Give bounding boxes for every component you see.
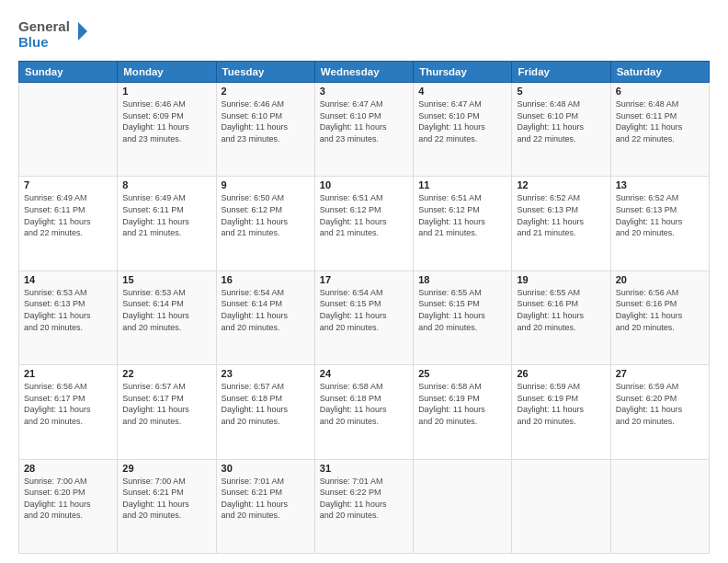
- calendar-cell: 31Sunrise: 7:01 AM Sunset: 6:22 PM Dayli…: [314, 459, 413, 553]
- day-info: Sunrise: 6:48 AM Sunset: 6:11 PM Dayligh…: [616, 98, 704, 144]
- day-number: 2: [222, 86, 310, 97]
- day-info: Sunrise: 6:52 AM Sunset: 6:13 PM Dayligh…: [616, 192, 704, 238]
- day-info: Sunrise: 6:50 AM Sunset: 6:12 PM Dayligh…: [222, 192, 310, 238]
- calendar-cell: [19, 83, 118, 177]
- calendar-cell: 11Sunrise: 6:51 AM Sunset: 6:12 PM Dayli…: [414, 177, 512, 270]
- day-info: Sunrise: 6:58 AM Sunset: 6:18 PM Dayligh…: [320, 381, 408, 427]
- calendar-cell: 25Sunrise: 6:58 AM Sunset: 6:19 PM Dayli…: [414, 365, 512, 459]
- calendar-cell: 4Sunrise: 6:47 AM Sunset: 6:10 PM Daylig…: [414, 83, 512, 177]
- day-info: Sunrise: 7:00 AM Sunset: 6:20 PM Dayligh…: [24, 476, 112, 522]
- day-number: 21: [24, 368, 112, 379]
- day-info: Sunrise: 6:47 AM Sunset: 6:10 PM Dayligh…: [418, 98, 506, 144]
- day-header-tuesday: Tuesday: [216, 62, 314, 83]
- calendar-cell: 13Sunrise: 6:52 AM Sunset: 6:13 PM Dayli…: [610, 177, 709, 270]
- calendar-cell: 12Sunrise: 6:52 AM Sunset: 6:13 PM Dayli…: [512, 177, 610, 270]
- calendar-cell: 16Sunrise: 6:54 AM Sunset: 6:14 PM Dayli…: [216, 270, 314, 364]
- day-number: 18: [418, 274, 506, 285]
- day-info: Sunrise: 6:56 AM Sunset: 6:17 PM Dayligh…: [24, 381, 112, 427]
- day-number: 31: [320, 463, 408, 474]
- calendar-cell: 17Sunrise: 6:54 AM Sunset: 6:15 PM Dayli…: [314, 270, 413, 364]
- day-number: 15: [122, 274, 210, 285]
- day-header-wednesday: Wednesday: [314, 62, 413, 83]
- day-info: Sunrise: 6:46 AM Sunset: 6:10 PM Dayligh…: [222, 98, 310, 144]
- calendar-cell: 30Sunrise: 7:01 AM Sunset: 6:21 PM Dayli…: [216, 459, 314, 553]
- day-info: Sunrise: 6:49 AM Sunset: 6:11 PM Dayligh…: [24, 192, 112, 238]
- day-number: 3: [320, 86, 408, 97]
- day-info: Sunrise: 6:57 AM Sunset: 6:17 PM Dayligh…: [122, 381, 210, 427]
- calendar-cell: 20Sunrise: 6:56 AM Sunset: 6:16 PM Dayli…: [610, 270, 709, 364]
- calendar-cell: 10Sunrise: 6:51 AM Sunset: 6:12 PM Dayli…: [314, 177, 413, 270]
- day-info: Sunrise: 7:01 AM Sunset: 6:22 PM Dayligh…: [320, 476, 408, 522]
- day-info: Sunrise: 6:51 AM Sunset: 6:12 PM Dayligh…: [320, 192, 408, 238]
- calendar-cell: 28Sunrise: 7:00 AM Sunset: 6:20 PM Dayli…: [19, 459, 118, 553]
- day-info: Sunrise: 6:55 AM Sunset: 6:15 PM Dayligh…: [418, 287, 506, 333]
- calendar-cell: 3Sunrise: 6:47 AM Sunset: 6:10 PM Daylig…: [314, 83, 413, 177]
- day-info: Sunrise: 6:57 AM Sunset: 6:18 PM Dayligh…: [222, 381, 310, 427]
- day-number: 20: [616, 274, 704, 285]
- calendar-cell: [512, 459, 610, 553]
- day-number: 5: [517, 86, 605, 97]
- svg-text:General: General: [18, 18, 70, 34]
- calendar-cell: 5Sunrise: 6:48 AM Sunset: 6:10 PM Daylig…: [512, 83, 610, 177]
- day-number: 17: [320, 274, 408, 285]
- day-number: 12: [517, 179, 605, 190]
- day-number: 24: [320, 368, 408, 379]
- calendar-cell: 18Sunrise: 6:55 AM Sunset: 6:15 PM Dayli…: [414, 270, 512, 364]
- day-number: 1: [122, 86, 210, 97]
- day-info: Sunrise: 7:01 AM Sunset: 6:21 PM Dayligh…: [222, 476, 310, 522]
- calendar-cell: 8Sunrise: 6:49 AM Sunset: 6:11 PM Daylig…: [118, 177, 216, 270]
- svg-marker-2: [78, 22, 87, 40]
- day-info: Sunrise: 7:00 AM Sunset: 6:21 PM Dayligh…: [122, 476, 210, 522]
- day-info: Sunrise: 6:58 AM Sunset: 6:19 PM Dayligh…: [418, 381, 506, 427]
- day-header-friday: Friday: [512, 62, 610, 83]
- day-number: 27: [616, 368, 704, 379]
- day-info: Sunrise: 6:53 AM Sunset: 6:13 PM Dayligh…: [24, 287, 112, 333]
- day-header-saturday: Saturday: [610, 62, 709, 83]
- calendar-cell: 23Sunrise: 6:57 AM Sunset: 6:18 PM Dayli…: [216, 365, 314, 459]
- day-number: 30: [222, 463, 310, 474]
- calendar-cell: 6Sunrise: 6:48 AM Sunset: 6:11 PM Daylig…: [610, 83, 709, 177]
- calendar-cell: 2Sunrise: 6:46 AM Sunset: 6:10 PM Daylig…: [216, 83, 314, 177]
- calendar-cell: 14Sunrise: 6:53 AM Sunset: 6:13 PM Dayli…: [19, 270, 118, 364]
- day-number: 4: [418, 86, 506, 97]
- day-number: 6: [616, 86, 704, 97]
- day-number: 19: [517, 274, 605, 285]
- day-number: 13: [616, 179, 704, 190]
- day-info: Sunrise: 6:53 AM Sunset: 6:14 PM Dayligh…: [122, 287, 210, 333]
- day-number: 16: [222, 274, 310, 285]
- day-number: 26: [517, 368, 605, 379]
- logo-container: GeneralBlue: [18, 17, 92, 52]
- day-info: Sunrise: 6:54 AM Sunset: 6:15 PM Dayligh…: [320, 287, 408, 333]
- day-number: 25: [418, 368, 506, 379]
- day-info: Sunrise: 6:54 AM Sunset: 6:14 PM Dayligh…: [222, 287, 310, 333]
- day-number: 9: [222, 179, 310, 190]
- calendar-cell: 24Sunrise: 6:58 AM Sunset: 6:18 PM Dayli…: [314, 365, 413, 459]
- logo: GeneralBlue: [18, 17, 92, 52]
- day-info: Sunrise: 6:52 AM Sunset: 6:13 PM Dayligh…: [517, 192, 605, 238]
- day-number: 7: [24, 179, 112, 190]
- svg-text:Blue: Blue: [18, 34, 49, 50]
- day-header-sunday: Sunday: [19, 62, 118, 83]
- day-info: Sunrise: 6:59 AM Sunset: 6:19 PM Dayligh…: [517, 381, 605, 427]
- header: GeneralBlue: [18, 17, 710, 52]
- day-info: Sunrise: 6:46 AM Sunset: 6:09 PM Dayligh…: [122, 98, 210, 144]
- day-info: Sunrise: 6:49 AM Sunset: 6:11 PM Dayligh…: [122, 192, 210, 238]
- day-number: 11: [418, 179, 506, 190]
- day-number: 23: [222, 368, 310, 379]
- day-info: Sunrise: 6:47 AM Sunset: 6:10 PM Dayligh…: [320, 98, 408, 144]
- day-number: 8: [122, 179, 210, 190]
- day-header-thursday: Thursday: [414, 62, 512, 83]
- day-info: Sunrise: 6:56 AM Sunset: 6:16 PM Dayligh…: [616, 287, 704, 333]
- day-info: Sunrise: 6:59 AM Sunset: 6:20 PM Dayligh…: [616, 381, 704, 427]
- calendar-cell: 21Sunrise: 6:56 AM Sunset: 6:17 PM Dayli…: [19, 365, 118, 459]
- calendar-cell: 29Sunrise: 7:00 AM Sunset: 6:21 PM Dayli…: [118, 459, 216, 553]
- calendar-page: GeneralBlue SundayMondayTuesdayWednesday…: [0, 0, 728, 563]
- calendar-cell: 15Sunrise: 6:53 AM Sunset: 6:14 PM Dayli…: [118, 270, 216, 364]
- day-info: Sunrise: 6:48 AM Sunset: 6:10 PM Dayligh…: [517, 98, 605, 144]
- calendar-cell: 22Sunrise: 6:57 AM Sunset: 6:17 PM Dayli…: [118, 365, 216, 459]
- calendar-cell: 9Sunrise: 6:50 AM Sunset: 6:12 PM Daylig…: [216, 177, 314, 270]
- day-info: Sunrise: 6:55 AM Sunset: 6:16 PM Dayligh…: [517, 287, 605, 333]
- calendar-cell: 1Sunrise: 6:46 AM Sunset: 6:09 PM Daylig…: [118, 83, 216, 177]
- calendar-cell: 19Sunrise: 6:55 AM Sunset: 6:16 PM Dayli…: [512, 270, 610, 364]
- day-number: 10: [320, 179, 408, 190]
